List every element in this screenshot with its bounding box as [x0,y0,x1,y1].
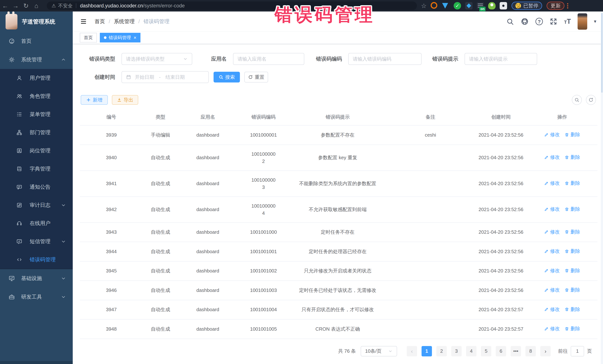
app-name-input-field[interactable] [237,56,300,62]
toolbox-icon [9,294,15,300]
delete-link[interactable]: 删除 [565,267,580,274]
github-icon[interactable] [521,17,529,26]
sidebar-item-menus[interactable]: 菜单管理 [0,105,73,123]
delete-link[interactable]: 删除 [565,206,580,213]
sidebar-item-posts[interactable]: 岗位管理 [0,142,73,160]
browser-update-button[interactable]: 更新 [547,2,564,10]
delete-link[interactable]: 删除 [565,131,580,138]
edit-link[interactable]: 修改 [544,131,560,138]
sidebar-collapse-bar[interactable] [0,361,73,364]
avatar-caret-icon[interactable]: ▾ [594,19,596,24]
page-button-4[interactable]: 4 [466,346,476,356]
breadcrumb-home[interactable]: 首页 [95,18,105,25]
page-button-2[interactable]: 2 [436,346,447,356]
refresh-icon-button[interactable] [586,95,596,105]
pager-ellipsis[interactable]: ••• [510,346,521,356]
sidebar-item-online-users[interactable]: 在线用户 [0,214,73,232]
sidebar-item-sms[interactable]: 短信管理 [0,232,73,251]
edit-link[interactable]: 修改 [544,306,560,313]
scrollbar-thumb[interactable] [601,13,603,93]
edit-link[interactable]: 修改 [544,228,560,236]
sidebar-item-departments[interactable]: 部门管理 [0,123,73,142]
sidebar-item-announcements[interactable]: 通知公告 [0,178,73,196]
extension-icon-orange[interactable] [431,2,438,10]
app-name-input[interactable] [233,53,304,65]
page-button-8[interactable]: 8 [525,346,536,356]
fullscreen-icon[interactable] [550,18,557,25]
edit-link[interactable]: 修改 [544,325,560,332]
cell-message: 只有开启状态的任务，才可以修改 [290,300,386,320]
sidebar-item-roles[interactable]: 角色管理 [0,87,73,105]
delete-link[interactable]: 删除 [565,248,580,255]
extension-icon-green-check[interactable]: ✓ [454,2,461,10]
cell-created: 2021-04-20 23:52:56 [475,171,527,197]
edit-link[interactable]: 修改 [544,206,560,213]
sidebar-item-dictionary[interactable]: 字典管理 [0,160,73,178]
tab-error-code[interactable]: 错误码管理 × [100,33,140,43]
error-code-input[interactable] [348,53,422,65]
extension-icon-gem[interactable] [442,2,450,10]
edit-link[interactable]: 修改 [544,267,560,274]
edit-link[interactable]: 修改 [544,286,560,294]
sidebar-item-error-code[interactable]: 错误码管理 [0,251,73,269]
sidebar-item-audit-log[interactable]: 审计日志 [0,196,73,214]
date-range-picker[interactable]: 开始日期 - 结束日期 [122,71,209,83]
sidebar-item-label: 系统管理 [21,56,42,63]
page-button-1[interactable]: 1 [422,346,432,356]
extension-icon-person[interactable] [488,2,496,10]
goto-page-input[interactable] [571,346,584,356]
delete-link[interactable]: 删除 [565,180,580,187]
date-start-placeholder: 开始日期 [135,74,154,80]
font-size-icon[interactable]: TT [564,18,571,25]
edit-link[interactable]: 修改 [544,248,560,255]
sidebar-item-system[interactable]: 系统管理 [0,50,73,69]
prev-page-button[interactable]: ‹ [407,346,417,356]
bookmark-star-icon[interactable]: ☆ [421,2,427,10]
delete-link[interactable]: 删除 [565,228,580,236]
reload-icon[interactable]: ↻ [21,2,31,10]
page-button-6[interactable]: 6 [496,346,506,356]
breadcrumb-parent[interactable]: 系统管理 [114,18,135,25]
app-logo[interactable]: 芋道管理系统 [0,11,73,32]
page-size-select[interactable]: 10条/页 [361,346,397,356]
add-button[interactable]: 新增 [81,95,108,105]
page-button-3[interactable]: 3 [451,346,462,356]
sidebar-item-infrastructure[interactable]: 基础设施 [0,269,73,288]
tab-home[interactable]: 首页 [80,33,97,43]
error-message-input-field[interactable] [469,56,533,62]
reset-button[interactable]: 重置 [244,72,268,82]
tab-close-icon[interactable]: × [134,35,136,41]
cell-message: 定时任务的处理器已经存在 [290,242,386,261]
edit-link[interactable]: 修改 [544,180,560,187]
home-icon[interactable]: ⌂ [31,2,42,10]
toggle-search-icon-button[interactable] [572,95,582,105]
hamburger-icon[interactable] [80,18,87,25]
extension-icon-list[interactable]: on [477,2,484,10]
extensions-puzzle-icon[interactable] [500,2,507,10]
error-type-select[interactable]: 请选择错误码类型 [122,53,192,65]
error-code-input-field[interactable] [353,56,417,62]
back-icon[interactable]: ← [0,2,10,10]
error-message-input[interactable] [464,53,537,65]
edit-link[interactable]: 修改 [544,154,560,161]
export-button[interactable]: 导出 [112,95,138,105]
extension-icon-grid[interactable] [465,2,473,10]
help-icon[interactable]: ? [535,18,543,25]
forward-icon[interactable]: → [10,2,21,10]
browser-menu-icon[interactable] [567,3,568,9]
col-header-message: 错误码提示 [290,109,386,125]
sidebar-item-devtools[interactable]: 研发工具 [0,288,73,306]
delete-link[interactable]: 删除 [565,325,580,332]
header-search-icon[interactable] [506,18,514,25]
delete-link[interactable]: 删除 [565,306,580,313]
search-button[interactable]: 搜索 [214,72,240,82]
sidebar-item-users[interactable]: 用户管理 [0,69,73,87]
page-scrollbar[interactable] [601,11,603,364]
delete-link[interactable]: 删除 [565,286,580,294]
page-button-5[interactable]: 5 [481,346,491,356]
next-page-button[interactable]: › [540,346,551,356]
sidebar-item-home[interactable]: 首页 [0,32,73,50]
user-avatar[interactable] [578,13,587,30]
delete-link[interactable]: 删除 [565,154,580,161]
profile-paused-chip[interactable]: 已暂停 [511,2,542,10]
